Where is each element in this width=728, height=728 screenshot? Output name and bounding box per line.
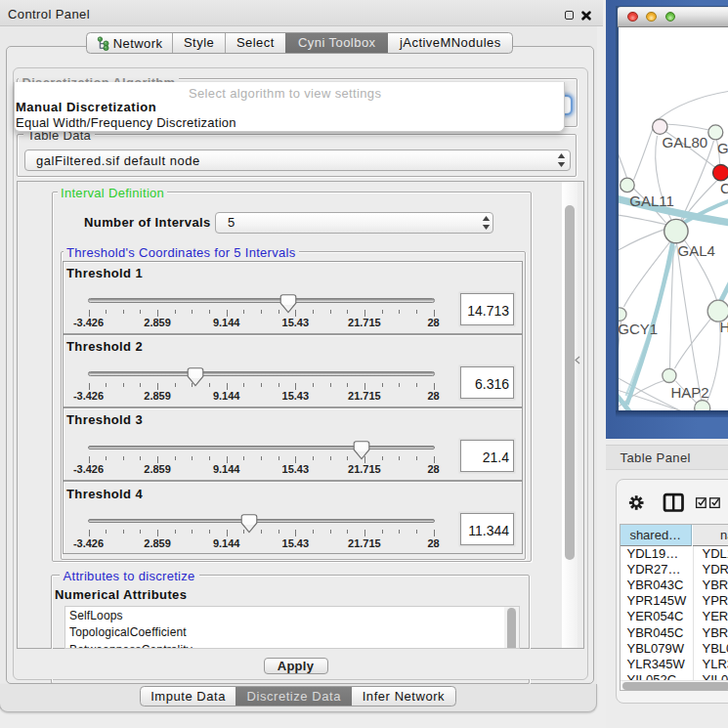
svg-text:GA: GA [717, 140, 728, 156]
svg-text:GCY1: GCY1 [619, 321, 658, 337]
svg-text:HAP2: HAP2 [670, 384, 708, 401]
svg-text:GAL11: GAL11 [629, 193, 674, 209]
svg-text:GAL80: GAL80 [662, 134, 707, 150]
svg-text:GAL4: GAL4 [677, 242, 714, 259]
svg-text:CR: CR [720, 180, 728, 196]
svg-text:HA: HA [719, 319, 728, 335]
